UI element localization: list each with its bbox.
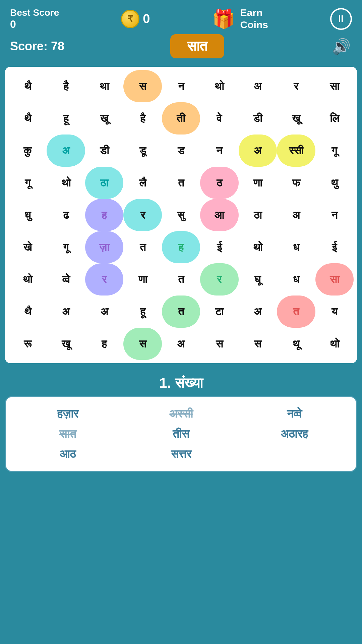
grid-cell[interactable]: सा bbox=[315, 263, 354, 296]
grid-cell[interactable]: थो bbox=[8, 263, 47, 296]
grid-cell[interactable]: लै bbox=[123, 167, 162, 199]
word-item-empty bbox=[239, 447, 349, 461]
word-item[interactable]: नव्वे bbox=[239, 407, 349, 421]
grid-cell[interactable]: र bbox=[277, 70, 315, 102]
grid-cell[interactable]: थै bbox=[8, 102, 47, 135]
grid-cell[interactable]: न bbox=[315, 199, 354, 231]
grid-cell[interactable]: अ bbox=[277, 199, 315, 231]
grid-cell[interactable]: त bbox=[162, 263, 200, 296]
grid-cell[interactable]: ध bbox=[277, 263, 315, 296]
sound-button[interactable]: 🔊 bbox=[330, 36, 352, 57]
grid-cell[interactable]: थो bbox=[315, 328, 354, 360]
grid-cell[interactable]: आ bbox=[200, 199, 238, 231]
grid-cell[interactable]: थो bbox=[200, 70, 238, 102]
grid-cell[interactable]: खू bbox=[47, 328, 85, 360]
grid-cell[interactable]: ठा bbox=[85, 167, 123, 199]
score-row: Score: 78 सात 🔊 bbox=[0, 34, 362, 63]
grid-cell[interactable]: थै bbox=[8, 296, 47, 328]
pause-button[interactable]: ⏸ bbox=[330, 8, 352, 30]
grid-cell[interactable]: थु bbox=[315, 167, 354, 199]
grid-cell[interactable]: त bbox=[123, 231, 162, 263]
grid-cell[interactable]: स bbox=[200, 328, 238, 360]
grid-cell[interactable]: खू bbox=[85, 102, 123, 135]
grid-cell[interactable]: र bbox=[85, 263, 123, 296]
word-item[interactable]: अठारह bbox=[239, 427, 349, 441]
grid-cell[interactable]: ती bbox=[162, 102, 200, 135]
grid-cell[interactable]: ह bbox=[162, 231, 200, 263]
grid-cell[interactable]: ई bbox=[200, 231, 238, 263]
grid-cell[interactable]: हू bbox=[47, 102, 85, 135]
header: Best Score 0 ₹ 0 🎁 EarnCoins ⏸ bbox=[0, 0, 362, 34]
word-item[interactable]: तीस bbox=[126, 427, 236, 441]
grid-cell[interactable]: सा bbox=[315, 70, 354, 102]
grid-cell[interactable]: गू bbox=[47, 231, 85, 263]
current-word-button[interactable]: सात bbox=[170, 34, 224, 58]
grid-cell[interactable]: अ bbox=[239, 135, 277, 167]
word-item[interactable]: अस्सी bbox=[126, 407, 236, 421]
grid-cell[interactable]: फ bbox=[277, 167, 315, 199]
grid-cell[interactable]: थो bbox=[47, 167, 85, 199]
grid-cell[interactable]: व्वे bbox=[47, 263, 85, 296]
grid-cell[interactable]: है bbox=[47, 70, 85, 102]
grid-cell[interactable]: स bbox=[239, 328, 277, 360]
grid-cell[interactable]: य bbox=[315, 296, 354, 328]
grid-cell[interactable]: न bbox=[200, 135, 238, 167]
grid-cell[interactable]: अ bbox=[85, 296, 123, 328]
grid-cell[interactable]: र bbox=[123, 199, 162, 231]
word-grid: हज़ारअस्सीनव्वेसाततीसअठारहआठसत्तर bbox=[13, 407, 349, 461]
word-item[interactable]: हज़ार bbox=[13, 407, 123, 421]
grid-cell[interactable]: खू bbox=[277, 102, 315, 135]
grid-cell[interactable]: थो bbox=[239, 231, 277, 263]
grid-cell[interactable]: स bbox=[123, 70, 162, 102]
grid-cell[interactable]: अ bbox=[47, 296, 85, 328]
grid-cell[interactable]: ई bbox=[315, 231, 354, 263]
grid-cell[interactable]: ह bbox=[85, 328, 123, 360]
word-item[interactable]: सात bbox=[13, 427, 123, 441]
grid-cell[interactable]: ज़ा bbox=[85, 231, 123, 263]
grid-cell[interactable]: धु bbox=[8, 199, 47, 231]
grid-cell[interactable]: सु bbox=[162, 199, 200, 231]
grid-cell[interactable]: घू bbox=[239, 263, 277, 296]
grid-cell[interactable]: अ bbox=[47, 135, 85, 167]
grid-cell[interactable]: ह bbox=[85, 199, 123, 231]
grid-cell[interactable]: न bbox=[162, 70, 200, 102]
grid-cells: थैहैथासनथोअरसाथैहूखूहैतीवेडीखूलिकुअडीडूड… bbox=[8, 70, 354, 360]
grid-cell[interactable]: त bbox=[277, 296, 315, 328]
grid-cell[interactable]: णा bbox=[123, 263, 162, 296]
grid-cell[interactable]: स्सी bbox=[277, 135, 315, 167]
grid-cell[interactable]: है bbox=[123, 102, 162, 135]
grid-cell[interactable]: वे bbox=[200, 102, 238, 135]
grid-cell[interactable]: थै bbox=[8, 70, 47, 102]
grid-cell[interactable]: हू bbox=[123, 296, 162, 328]
grid-cell[interactable]: थू bbox=[277, 328, 315, 360]
grid-cell[interactable]: णा bbox=[239, 167, 277, 199]
grid-cell[interactable]: त bbox=[162, 296, 200, 328]
grid-cell[interactable]: ध bbox=[277, 231, 315, 263]
grid-cell[interactable]: रू bbox=[8, 328, 47, 360]
grid-cell[interactable]: अ bbox=[239, 70, 277, 102]
grid-cell[interactable]: ड bbox=[162, 135, 200, 167]
grid-cell[interactable]: डी bbox=[85, 135, 123, 167]
grid-cell[interactable]: कु bbox=[8, 135, 47, 167]
grid-cell[interactable]: र bbox=[200, 263, 238, 296]
word-item[interactable]: आठ bbox=[13, 447, 123, 461]
grid-cell[interactable]: खे bbox=[8, 231, 47, 263]
grid-cell[interactable]: स bbox=[123, 328, 162, 360]
grid-cell[interactable]: डू bbox=[123, 135, 162, 167]
grid-cell[interactable]: ठा bbox=[239, 199, 277, 231]
grid-cell[interactable]: गू bbox=[8, 167, 47, 199]
grid-cell[interactable]: डी bbox=[239, 102, 277, 135]
grid-cell[interactable]: अ bbox=[239, 296, 277, 328]
word-item[interactable]: सत्तर bbox=[126, 447, 236, 461]
coin-area: ₹ 0 bbox=[121, 10, 150, 28]
grid-cell[interactable]: गू bbox=[315, 135, 354, 167]
grid-cell[interactable]: लि bbox=[315, 102, 354, 135]
earn-coins-area[interactable]: 🎁 EarnCoins bbox=[212, 7, 268, 31]
grid-cell[interactable]: ढ bbox=[47, 199, 85, 231]
grid-cell[interactable]: ठ bbox=[200, 167, 238, 199]
grid-cell[interactable]: टा bbox=[200, 296, 238, 328]
grid-cell[interactable]: अ bbox=[162, 328, 200, 360]
grid-cell[interactable]: त bbox=[162, 167, 200, 199]
grid-cell[interactable]: था bbox=[85, 70, 123, 102]
gift-icon: 🎁 bbox=[212, 8, 235, 30]
